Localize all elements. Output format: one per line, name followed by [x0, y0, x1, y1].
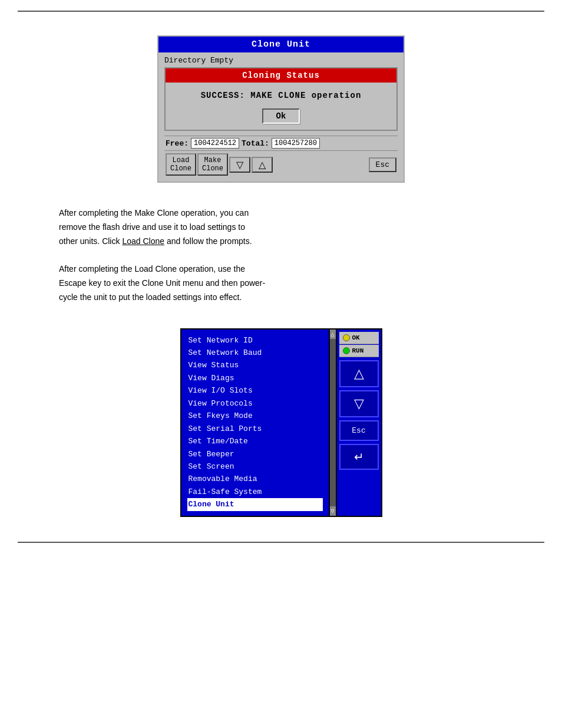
menu-item-set-time-date[interactable]: Set Time/Date [187, 435, 323, 447]
menu-item-view-protocols[interactable]: View Protocols [187, 397, 323, 410]
clone-unit-widget: Clone Unit Directory Empty Cloning Statu… [157, 35, 405, 183]
clone-unit-title: Clone Unit [158, 37, 404, 52]
menu-item-set-beeper[interactable]: Set Beeper [187, 448, 323, 460]
cloning-status-body: SUCCESS: MAKE CLONE operation Ok [166, 83, 396, 130]
menu-item-set-screen[interactable]: Set Screen [187, 460, 323, 473]
scrollbar[interactable]: △ ▽ [329, 330, 337, 516]
scroll-up-arrow[interactable]: △ [330, 330, 336, 339]
free-value: 1004224512 [191, 138, 239, 149]
clone-unit-body: Directory Empty Cloning Status SUCCESS: … [158, 52, 404, 182]
bottom-section: Set Network ID Set Network Baud View Sta… [0, 328, 562, 517]
menu-item-view-io-slots[interactable]: View I/O Slots [187, 384, 323, 397]
total-value: 1004257280 [272, 138, 320, 149]
menu-item-set-fkeys-mode[interactable]: Set Fkeys Mode [187, 410, 323, 422]
status-bar: OK [339, 332, 379, 344]
load-clone-button[interactable]: LoadClone [166, 153, 196, 176]
middle-para-2: After completing the Load Clone operatio… [59, 262, 503, 304]
top-divider [18, 11, 544, 12]
run-indicator [343, 347, 350, 354]
directory-line: Directory Empty [164, 56, 398, 65]
scroll-down-arrow[interactable]: ▽ [330, 506, 336, 516]
ctrl-enter-button[interactable]: ↵ [339, 444, 379, 470]
ok-status-label: OK [352, 334, 360, 341]
middle-para-1: After completing the Make Clone operatio… [59, 206, 503, 248]
bottom-widget: Set Network ID Set Network Baud View Sta… [180, 328, 382, 517]
ok-button[interactable]: Ok [262, 108, 300, 124]
up-arrow-button[interactable]: △ [252, 157, 273, 173]
menu-item-set-network-baud[interactable]: Set Network Baud [187, 347, 323, 359]
middle-text-section: After completing the Make Clone operatio… [59, 206, 503, 305]
menu-panel: Set Network ID Set Network Baud View Sta… [181, 330, 329, 516]
ctrl-esc-button[interactable]: Esc [339, 420, 379, 441]
menu-item-set-network-id[interactable]: Set Network ID [187, 334, 323, 347]
bottom-divider [18, 542, 544, 543]
total-label: Total: [242, 139, 269, 148]
make-clone-button[interactable]: MakeClone [197, 153, 228, 176]
menu-item-removable-media[interactable]: Removable Media [187, 473, 323, 485]
top-section: Clone Unit Directory Empty Cloning Statu… [0, 35, 562, 183]
load-clone-link: Load Clone [122, 236, 164, 246]
free-total-bar: Free: 1004224512 Total: 1004257280 [164, 136, 398, 151]
free-label: Free: [166, 139, 189, 148]
menu-item-view-status[interactable]: View Status [187, 359, 323, 371]
esc-button[interactable]: Esc [369, 157, 396, 172]
ctrl-down-button[interactable]: ▽ [339, 390, 379, 417]
cloning-status-dialog: Cloning Status SUCCESS: MAKE CLONE opera… [164, 67, 398, 131]
menu-item-view-diags[interactable]: View Diags [187, 372, 323, 384]
bottom-buttons: LoadClone MakeClone ▽ △ Esc [164, 151, 398, 178]
menu-item-set-serial-ports[interactable]: Set Serial Ports [187, 423, 323, 435]
down-arrow-button[interactable]: ▽ [229, 157, 250, 173]
run-status-bar: RUN [339, 345, 379, 357]
run-status-label: RUN [352, 347, 364, 354]
menu-item-fail-safe-system[interactable]: Fail-Safe System [187, 486, 323, 498]
menu-item-clone-unit[interactable]: Clone Unit [187, 498, 323, 510]
scroll-track [330, 339, 336, 506]
cloning-status-title: Cloning Status [166, 68, 396, 83]
right-combined: △ ▽ OK RUN △ ▽ Esc [329, 330, 381, 516]
ctrl-up-button[interactable]: △ [339, 360, 379, 387]
success-message: SUCCESS: MAKE CLONE operation [171, 91, 391, 100]
ok-indicator [343, 334, 350, 341]
